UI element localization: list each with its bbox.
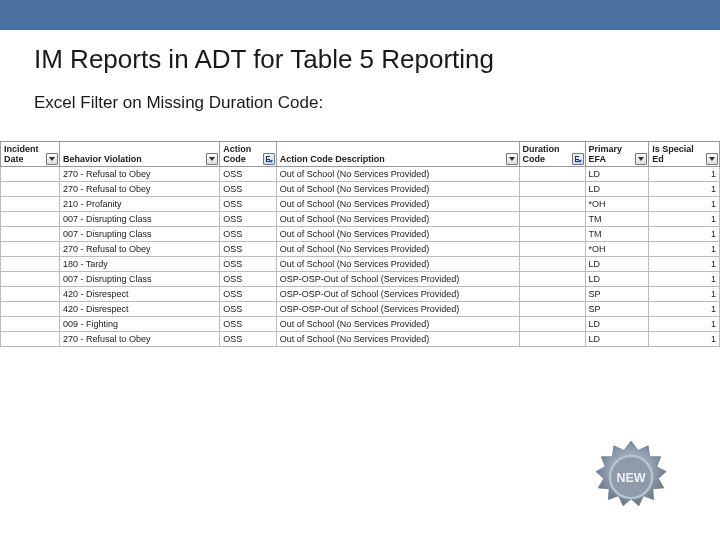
cell-incident-date [1,257,60,272]
cell-action-code: OSS [220,197,277,212]
slide-content: IM Reports in ADT for Table 5 Reporting … [0,30,720,347]
cell-incident-date [1,287,60,302]
cell-behavior-violation: 420 - Disrespect [59,302,219,317]
filter-dropdown-icon[interactable] [206,153,218,165]
cell-is-special-ed: 1 [649,257,720,272]
cell-primary-efa: LD [585,167,649,182]
table-row: 009 - FightingOSSOut of School (No Servi… [1,317,720,332]
starburst-icon: NEW [592,438,670,516]
cell-action-code-desc: Out of School (No Services Provided) [276,227,519,242]
cell-incident-date [1,227,60,242]
cell-primary-efa: *OH [585,242,649,257]
cell-is-special-ed: 1 [649,182,720,197]
cell-incident-date [1,167,60,182]
table-row: 180 - TardyOSSOut of School (No Services… [1,257,720,272]
filter-dropdown-icon[interactable] [706,153,718,165]
cell-action-code: OSS [220,257,277,272]
cell-duration-code [519,182,585,197]
cell-action-code: OSS [220,182,277,197]
table-row: 007 - Disrupting ClassOSSOut of School (… [1,227,720,242]
filter-dropdown-active-icon[interactable] [572,153,584,165]
col-header-incident-date[interactable]: Incident Date [1,142,60,167]
cell-primary-efa: LD [585,317,649,332]
cell-primary-efa: *OH [585,197,649,212]
cell-incident-date [1,317,60,332]
cell-is-special-ed: 1 [649,272,720,287]
filter-dropdown-active-icon[interactable] [263,153,275,165]
cell-duration-code [519,287,585,302]
cell-incident-date [1,242,60,257]
table-row: 420 - DisrespectOSSOSP-OSP-Out of School… [1,287,720,302]
cell-action-code-desc: Out of School (No Services Provided) [276,182,519,197]
cell-is-special-ed: 1 [649,242,720,257]
cell-behavior-violation: 270 - Refusal to Obey [59,182,219,197]
col-header-label: Behavior Violation [63,154,156,164]
cell-duration-code [519,317,585,332]
cell-action-code-desc: Out of School (No Services Provided) [276,212,519,227]
filter-dropdown-icon[interactable] [46,153,58,165]
cell-primary-efa: TM [585,212,649,227]
cell-duration-code [519,272,585,287]
cell-behavior-violation: 007 - Disrupting Class [59,212,219,227]
cell-duration-code [519,302,585,317]
cell-primary-efa: LD [585,182,649,197]
table-row: 420 - DisrespectOSSOSP-OSP-Out of School… [1,302,720,317]
cell-action-code-desc: OSP-OSP-Out of School (Services Provided… [276,272,519,287]
cell-action-code-desc: Out of School (No Services Provided) [276,197,519,212]
cell-incident-date [1,272,60,287]
slide-header-bar [0,0,720,30]
col-header-action-code[interactable]: Action Code [220,142,277,167]
new-badge: NEW [592,438,670,516]
cell-duration-code [519,242,585,257]
cell-primary-efa: SP [585,302,649,317]
cell-action-code-desc: Out of School (No Services Provided) [276,317,519,332]
cell-behavior-violation: 270 - Refusal to Obey [59,242,219,257]
col-header-action-code-desc[interactable]: Action Code Description [276,142,519,167]
cell-behavior-violation: 007 - Disrupting Class [59,227,219,242]
table-row: 270 - Refusal to ObeyOSSOut of School (N… [1,332,720,347]
excel-table: Incident Date Behavior Violation Action … [0,141,720,347]
cell-action-code-desc: Out of School (No Services Provided) [276,332,519,347]
cell-primary-efa: LD [585,272,649,287]
cell-duration-code [519,197,585,212]
cell-action-code: OSS [220,272,277,287]
filter-dropdown-icon[interactable] [506,153,518,165]
cell-behavior-violation: 270 - Refusal to Obey [59,167,219,182]
table-row: 210 - ProfanityOSSOut of School (No Serv… [1,197,720,212]
cell-action-code-desc: OSP-OSP-Out of School (Services Provided… [276,287,519,302]
cell-is-special-ed: 1 [649,287,720,302]
cell-incident-date [1,197,60,212]
cell-duration-code [519,257,585,272]
cell-primary-efa: LD [585,332,649,347]
cell-behavior-violation: 009 - Fighting [59,317,219,332]
cell-action-code-desc: Out of School (No Services Provided) [276,242,519,257]
cell-action-code: OSS [220,332,277,347]
cell-is-special-ed: 1 [649,317,720,332]
cell-action-code-desc: OSP-OSP-Out of School (Services Provided… [276,302,519,317]
col-header-label: Action Code Description [280,154,399,164]
cell-incident-date [1,212,60,227]
col-header-is-special-ed[interactable]: Is Special Ed [649,142,720,167]
cell-behavior-violation: 210 - Profanity [59,197,219,212]
cell-duration-code [519,167,585,182]
cell-is-special-ed: 1 [649,227,720,242]
cell-duration-code [519,227,585,242]
cell-behavior-violation: 180 - Tardy [59,257,219,272]
cell-incident-date [1,302,60,317]
excel-table-wrap: Incident Date Behavior Violation Action … [0,141,720,347]
table-row: 007 - Disrupting ClassOSSOSP-OSP-Out of … [1,272,720,287]
col-header-primary-efa[interactable]: Primary EFA [585,142,649,167]
cell-primary-efa: TM [585,227,649,242]
cell-action-code: OSS [220,167,277,182]
cell-action-code-desc: Out of School (No Services Provided) [276,257,519,272]
col-header-behavior-violation[interactable]: Behavior Violation [59,142,219,167]
col-header-duration-code[interactable]: Duration Code [519,142,585,167]
cell-action-code: OSS [220,242,277,257]
cell-action-code: OSS [220,287,277,302]
cell-primary-efa: SP [585,287,649,302]
filter-dropdown-icon[interactable] [635,153,647,165]
cell-duration-code [519,332,585,347]
table-header-row: Incident Date Behavior Violation Action … [1,142,720,167]
cell-behavior-violation: 420 - Disrespect [59,287,219,302]
cell-incident-date [1,332,60,347]
